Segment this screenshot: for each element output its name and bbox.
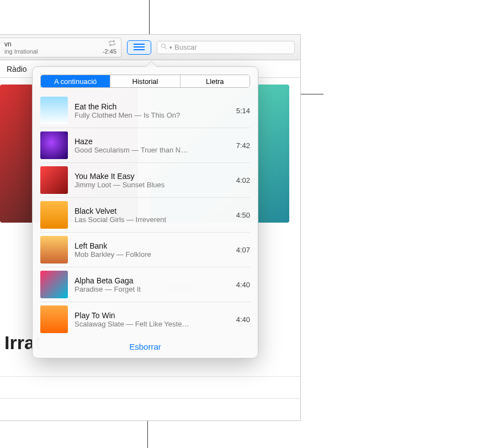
track-duration: 4:50 <box>236 211 250 219</box>
now-playing-title: vn <box>4 40 38 48</box>
track-duration: 4:40 <box>236 315 250 324</box>
album-art-thumb <box>40 271 68 298</box>
queue-item[interactable]: Alpha Beta Gaga Paradise — Forget It 4:4… <box>40 267 250 302</box>
list-item[interactable] <box>0 398 300 420</box>
track-duration: 4:40 <box>236 281 250 289</box>
track-title: Eat the Rich <box>75 102 230 111</box>
list-rows-bg <box>0 376 300 420</box>
segment-history[interactable]: Historial <box>110 75 180 87</box>
segment-lyrics[interactable]: Lletra <box>181 75 250 87</box>
annotation-line-top <box>149 0 150 34</box>
album-art-thumb <box>40 166 68 194</box>
svg-line-4 <box>165 48 167 49</box>
track-duration: 7:42 <box>236 141 250 150</box>
now-playing-text: vn ing Irrational <box>4 40 38 55</box>
queue-list: Eat the Rich Fully Clothed Men — Is This… <box>33 93 258 336</box>
segmented-control: A continuació Historial Lletra <box>40 75 250 88</box>
queue-item[interactable]: You Make It Easy Jimmy Loot — Sunset Blu… <box>40 163 250 198</box>
svg-point-3 <box>162 44 166 48</box>
album-art-thumb <box>40 236 68 263</box>
track-duration: 4:07 <box>236 246 250 254</box>
album-art-thumb <box>40 97 68 124</box>
album-art-thumb <box>40 131 68 159</box>
tab-radio[interactable]: Ràdio <box>7 65 27 73</box>
time-remaining: -2:45 <box>103 48 116 55</box>
now-playing-display[interactable]: vn ing Irrational -2:45 <box>0 38 121 57</box>
queue-item[interactable]: Eat the Rich Fully Clothed Men — Is This… <box>40 93 250 128</box>
track-title: Left Bank <box>75 241 230 250</box>
search-placeholder: Buscar <box>174 43 197 51</box>
track-duration: 5:14 <box>236 107 250 115</box>
svg-rect-2 <box>134 49 145 50</box>
search-input[interactable]: ▾ Buscar <box>157 41 295 54</box>
track-subtitle: Jimmy Loot — Sunset Blues <box>75 181 230 189</box>
track-duration: 4:02 <box>236 176 250 185</box>
now-playing-subtitle: ing Irrational <box>4 48 38 55</box>
track-subtitle: Mob Barkley — Folklore <box>75 250 230 259</box>
track-subtitle: Fully Clothed Men — Is This On? <box>75 111 230 119</box>
track-title: Play To Win <box>75 311 230 320</box>
queue-item[interactable]: Play To Win Scalawag Slate — Felt Like Y… <box>40 302 250 336</box>
now-playing-right: -2:45 <box>103 40 116 55</box>
queue-item[interactable]: Black Velvet Las Social Girls — Irrevere… <box>40 198 250 233</box>
track-title: Black Velvet <box>75 207 230 215</box>
clear-button[interactable]: Esborrar <box>129 342 161 351</box>
track-title: You Make It Easy <box>75 172 230 181</box>
svg-rect-0 <box>134 44 145 45</box>
repeat-icon[interactable] <box>108 40 116 48</box>
track-subtitle: Scalawag Slate — Felt Like Yeste… <box>75 320 230 328</box>
queue-item[interactable]: Haze Good Secularism — Truer than N… 7:4… <box>40 128 250 163</box>
up-next-button[interactable] <box>127 40 151 55</box>
up-next-popover: A continuació Historial Lletra Eat the R… <box>32 66 258 359</box>
track-subtitle: Las Social Girls — Irreverent <box>75 215 230 224</box>
chevron-down-icon: ▾ <box>169 45 172 50</box>
track-title: Alpha Beta Gaga <box>75 276 230 285</box>
album-art-thumb <box>40 201 68 229</box>
track-title: Haze <box>75 137 230 146</box>
search-icon <box>161 43 167 51</box>
track-subtitle: Paradise — Forget It <box>75 285 230 293</box>
track-subtitle: Good Secularism — Truer than N… <box>75 146 230 154</box>
album-art-thumb <box>40 305 68 333</box>
toolbar: vn ing Irrational -2:45 ▾ Buscar <box>0 35 300 60</box>
segment-up-next[interactable]: A continuació <box>41 75 110 87</box>
svg-rect-1 <box>134 46 145 48</box>
list-item[interactable] <box>0 376 300 398</box>
queue-item[interactable]: Left Bank Mob Barkley — Folklore 4:07 <box>40 233 250 267</box>
